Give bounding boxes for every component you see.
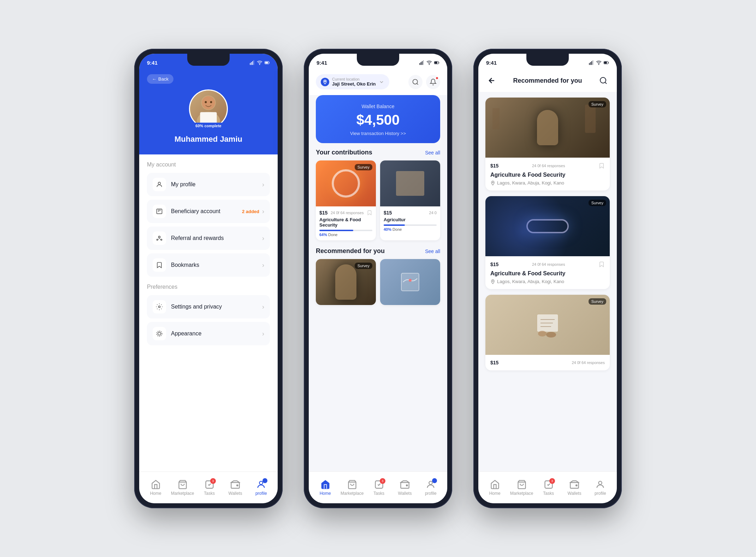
location-icon-1 xyxy=(490,181,495,186)
nav-wallets-1[interactable]: Wallets xyxy=(225,480,246,496)
rec-card-preview-2[interactable] xyxy=(380,259,440,305)
rec-preview-img-1: Survey xyxy=(316,259,376,305)
nav-tasks-label-2: Tasks xyxy=(373,491,384,496)
status-icons-2 xyxy=(419,60,439,65)
rec-preview-img-2 xyxy=(380,259,440,305)
contributions-see-all[interactable]: See all xyxy=(425,150,440,156)
menu-label-referral: Referral and rewards xyxy=(171,235,262,241)
recommended-see-all[interactable]: See all xyxy=(425,248,440,254)
rec-title-2: Agriculture & Food Security xyxy=(490,270,605,277)
nav-marketplace-3[interactable]: Marketplace xyxy=(510,480,533,496)
rec-responses-2: 24 0f 64 responses xyxy=(532,262,565,266)
svg-rect-29 xyxy=(423,60,424,65)
clock-shape xyxy=(332,169,360,198)
svg-point-61 xyxy=(576,485,577,486)
svg-rect-6 xyxy=(265,62,268,64)
search-button[interactable] xyxy=(408,75,423,89)
nav-marketplace-label-1: Marketplace xyxy=(171,491,194,496)
statue-decoration xyxy=(585,105,596,133)
rec-card-preview-1[interactable]: Survey xyxy=(316,259,376,305)
nav-wallets-label-2: Wallets xyxy=(398,491,412,496)
settings-icon xyxy=(153,300,166,313)
svg-point-18 xyxy=(159,306,160,308)
svg-rect-44 xyxy=(591,61,592,65)
progress-bar-1 xyxy=(319,230,372,231)
nav-tasks-1[interactable]: 3 Tasks xyxy=(199,480,220,496)
svg-point-62 xyxy=(599,481,602,484)
rec-price-1: $15 xyxy=(490,163,498,169)
rec-card-2[interactable]: Survey $15 24 0f 64 responses Agricultur… xyxy=(485,196,610,289)
menu-item-my-profile[interactable]: My profile › xyxy=(147,173,270,196)
avatar-container: 60% complete xyxy=(189,89,228,128)
tasks-icon-3: 3 xyxy=(544,480,554,489)
nav-profile-label-2: profile xyxy=(425,491,437,496)
back-button[interactable]: ← Back xyxy=(147,74,173,84)
contrib-price-1: $15 xyxy=(319,210,327,216)
contrib-card-2[interactable]: $15 24 0 Agricultur 40% Done xyxy=(380,160,440,240)
svg-rect-2 xyxy=(252,61,253,65)
menu-item-beneficiary[interactable]: Beneficiary account 2 added › xyxy=(147,200,270,223)
notification-badge xyxy=(435,76,439,80)
svg-point-56 xyxy=(538,331,547,336)
wallet-label: Wallet Balance xyxy=(324,104,432,109)
location-label: Current location xyxy=(332,77,376,81)
rec-img-1: Survey xyxy=(485,98,610,158)
back-button-3[interactable] xyxy=(485,74,498,87)
svg-rect-28 xyxy=(422,61,423,65)
menu-item-bookmarks[interactable]: Bookmarks › xyxy=(147,253,270,277)
nav-wallets-2[interactable]: Wallets xyxy=(394,480,415,496)
svg-point-50 xyxy=(492,182,494,183)
paper-svg xyxy=(530,311,565,339)
nav-profile-label-1: profile xyxy=(255,491,267,496)
location-pin-icon xyxy=(321,78,329,86)
nav-home-3[interactable]: Home xyxy=(484,480,506,496)
survey-tag-3-3: Survey xyxy=(589,298,606,305)
contrib-price-2: $15 xyxy=(384,210,392,216)
search-button-3[interactable] xyxy=(597,74,610,87)
phone-1: 9:41 ← Back xyxy=(134,49,283,508)
preferences-label: Preferences xyxy=(147,284,270,290)
svg-point-24 xyxy=(237,485,238,486)
nav-tasks-label-3: Tasks xyxy=(543,491,554,496)
menu-item-referral[interactable]: Referral and rewards › xyxy=(147,227,270,250)
nav-wallets-3[interactable]: Wallets xyxy=(564,480,585,496)
nav-marketplace-2[interactable]: Marketplace xyxy=(341,480,364,496)
nav-profile-1[interactable]: profile xyxy=(250,480,272,496)
nav-tasks-3[interactable]: 3 Tasks xyxy=(538,480,559,496)
phone3-content: Survey $15 24 0f 64 responses Agricultur… xyxy=(478,92,617,471)
complete-badge: 60% complete xyxy=(192,123,225,129)
rec-location-text-2: Lagos, Kwara, Abuja, Kogi, Kano xyxy=(497,279,564,284)
location-selector[interactable]: Current location Jaji Street, Oko Erin xyxy=(316,74,389,89)
notification-button[interactable] xyxy=(426,75,440,89)
rec-title-1: Agriculture & Food Security xyxy=(490,172,605,178)
svg-point-34 xyxy=(413,79,418,84)
rec-responses-1: 24 0f 64 responses xyxy=(532,164,565,168)
svg-point-49 xyxy=(600,77,606,83)
rec-info-1: $15 24 0f 64 responses Agriculture & Foo… xyxy=(485,158,610,190)
menu-item-appearance[interactable]: Appearance › xyxy=(147,322,270,345)
home-icon-2 xyxy=(320,480,330,489)
rec-info-3: $15 24 0f 64 responses xyxy=(485,355,610,370)
svg-point-15 xyxy=(159,236,160,238)
nav-profile-3[interactable]: profile xyxy=(590,480,611,496)
bookmark-icon-3-2[interactable] xyxy=(598,261,605,268)
svg-rect-32 xyxy=(435,62,437,64)
rec-card-1[interactable]: Survey $15 24 0f 64 responses Agricultur… xyxy=(485,98,610,190)
my-account-label: My account xyxy=(147,162,270,168)
svg-rect-3 xyxy=(253,60,254,65)
menu-item-settings[interactable]: Settings and privacy › xyxy=(147,295,270,318)
nav-tasks-2[interactable]: 3 Tasks xyxy=(368,480,390,496)
nav-profile-2[interactable]: profile xyxy=(420,480,441,496)
nav-home-1[interactable]: Home xyxy=(145,480,166,496)
statue-dec xyxy=(335,264,356,300)
bottom-nav-1: Home Marketplace 3 Tasks Wallets xyxy=(139,471,278,503)
nav-home-2[interactable]: Home xyxy=(315,480,336,496)
wallet-link[interactable]: View transaction History >> xyxy=(324,131,432,136)
bookmark-icon-3-1[interactable] xyxy=(598,163,605,169)
menu-label-bookmarks: Bookmarks xyxy=(171,262,262,268)
contrib-card-1[interactable]: Survey $15 24 0f 64 responses Agricultur… xyxy=(316,160,376,240)
nav-marketplace-1[interactable]: Marketplace xyxy=(171,480,194,496)
profile-header: ← Back xyxy=(139,71,278,154)
rec-card-3[interactable]: Survey $15 24 0f 64 responses xyxy=(485,295,610,370)
nav-wallets-label-3: Wallets xyxy=(568,491,581,496)
